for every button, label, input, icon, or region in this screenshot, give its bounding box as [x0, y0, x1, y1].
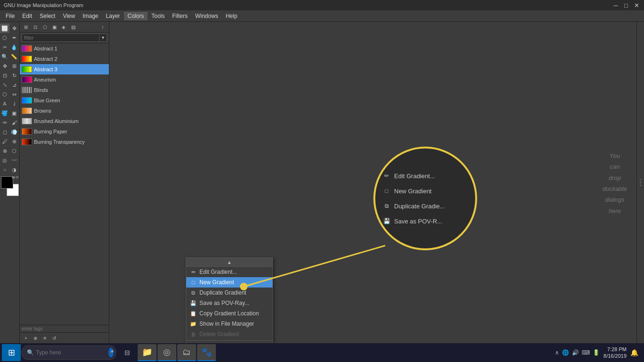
- tool-crop[interactable]: ⊡: [0, 71, 9, 80]
- panel-tool-2[interactable]: ⊡: [31, 23, 40, 31]
- tool-ink[interactable]: 🖊: [0, 137, 9, 146]
- ctx-edit-gradient[interactable]: ✏ Edit Gradient...: [186, 267, 272, 277]
- tool-scissors[interactable]: ✂: [0, 42, 9, 52]
- tray-chevron-icon[interactable]: ∧: [555, 349, 559, 356]
- tool-airbrush[interactable]: 💨: [9, 127, 19, 137]
- tool-move[interactable]: ✥: [0, 61, 9, 71]
- zoom-edit-gradient[interactable]: ✏ Edit Gradient...: [375, 168, 475, 183]
- panel-new-btn[interactable]: +: [22, 334, 30, 342]
- zoom-save-pov[interactable]: 💾 Save as POV-R...: [375, 214, 475, 229]
- gradient-item-aneurism[interactable]: Aneurism: [20, 74, 109, 85]
- tool-fuzzy-select[interactable]: ✥: [9, 24, 19, 33]
- tray-keyboard-icon[interactable]: ⌨: [582, 349, 590, 356]
- gradient-item-brushed-aluminium[interactable]: Brushed Aluminium: [20, 116, 109, 126]
- gradient-item-blinds[interactable]: Blinds: [20, 85, 109, 95]
- menu-filters[interactable]: Filters: [168, 12, 191, 20]
- gradient-item-abstract1[interactable]: Abstract 1: [20, 43, 109, 54]
- panel-delete-btn[interactable]: ✕: [41, 334, 49, 342]
- taskbar-chrome[interactable]: ◎: [157, 344, 176, 361]
- menu-file[interactable]: File: [2, 12, 18, 20]
- tool-paintbrush[interactable]: 🖌: [9, 118, 19, 127]
- panel-tool-1[interactable]: ⊞: [22, 23, 30, 31]
- tags-input[interactable]: [22, 326, 107, 331]
- ctx-new-gradient[interactable]: □ New Gradient: [186, 277, 272, 288]
- menu-edit[interactable]: Edit: [18, 12, 36, 20]
- tool-blend[interactable]: ▣: [9, 108, 19, 118]
- tray-network-icon[interactable]: 🌐: [562, 349, 569, 356]
- task-view-button[interactable]: ⊟: [118, 344, 137, 361]
- filter-dropdown-btn[interactable]: ▼: [99, 33, 107, 42]
- gradient-item-abstract2[interactable]: Abstract 2: [20, 54, 109, 64]
- search-bar[interactable]: 🔍 🎤: [22, 346, 116, 360]
- tool-color-picker[interactable]: 💧: [9, 42, 19, 52]
- zoom-new-gradient[interactable]: □ New Gradient: [375, 183, 475, 198]
- start-button[interactable]: ⊞: [2, 344, 21, 361]
- menu-image[interactable]: Image: [79, 12, 102, 20]
- maximize-button[interactable]: □: [622, 1, 630, 9]
- tool-measure[interactable]: 📏: [9, 52, 19, 61]
- taskbar-file-explorer[interactable]: 📁: [138, 344, 157, 361]
- reset-colors-icon[interactable]: ⟳: [16, 175, 19, 180]
- tool-smudge[interactable]: 〰: [9, 156, 19, 165]
- panel-tool-5[interactable]: ◈: [59, 23, 68, 31]
- tray-battery-icon[interactable]: 🔋: [593, 349, 600, 356]
- ctx-copy-gradient-location[interactable]: 📋 Copy Gradient Location: [186, 308, 272, 319]
- taskbar-files[interactable]: 🗂: [177, 344, 196, 361]
- menu-tools[interactable]: Tools: [148, 12, 168, 20]
- tool-zoom[interactable]: 🔍: [0, 52, 9, 61]
- tool-pencil[interactable]: ✏: [0, 118, 9, 127]
- ctx-save-pov[interactable]: 💾 Save as POV-Ray...: [186, 298, 272, 308]
- minimize-button[interactable]: ─: [612, 1, 619, 9]
- panel-tool-6[interactable]: ▤: [69, 23, 77, 31]
- swap-colors-icon[interactable]: ⇄: [12, 175, 15, 180]
- menu-help[interactable]: Help: [222, 12, 241, 20]
- tool-dodge-burn[interactable]: ○: [0, 165, 9, 174]
- gradient-item-browns[interactable]: Browns: [20, 106, 109, 116]
- menu-select[interactable]: Select: [36, 12, 59, 20]
- notification-button[interactable]: 🔔: [630, 349, 638, 356]
- ctx-show-file-manager[interactable]: 📁 Show in File Manager: [186, 319, 272, 329]
- ctx-refresh-gradients[interactable]: ↺ Refresh Gradients: [186, 342, 272, 343]
- tool-blur[interactable]: ◎: [0, 156, 9, 165]
- tray-sound-icon[interactable]: 🔊: [572, 349, 579, 356]
- panel-tool-4[interactable]: ▣: [50, 23, 58, 31]
- tool-scale[interactable]: ⤡: [0, 80, 9, 90]
- cortana-mic-button[interactable]: 🎤: [108, 348, 114, 357]
- menu-windows[interactable]: Windows: [191, 12, 222, 20]
- filter-input[interactable]: [22, 33, 99, 42]
- taskbar-gimp[interactable]: 🐾: [197, 344, 216, 361]
- panel-refresh-btn[interactable]: ↺: [50, 334, 58, 342]
- gradient-item-bluegreen[interactable]: Blue Green: [20, 95, 109, 106]
- close-button[interactable]: ✕: [633, 1, 640, 9]
- tool-rotate[interactable]: ↻: [9, 71, 19, 80]
- tool-shear[interactable]: ⊿: [9, 80, 19, 90]
- zoom-duplicate-gradient[interactable]: ⧉ Duplicate Gradie...: [375, 198, 475, 214]
- gradient-item-abstract3[interactable]: Abstract 3: [20, 64, 109, 74]
- ctx-duplicate-gradient[interactable]: ⧉ Duplicate Gradient: [186, 288, 272, 298]
- tool-clone[interactable]: ⊕: [9, 137, 19, 146]
- menu-colors[interactable]: Colors: [124, 12, 148, 20]
- tool-align[interactable]: ⊞: [9, 61, 19, 71]
- tool-desaturate[interactable]: ◑: [9, 165, 19, 174]
- clock[interactable]: 7:28 PM 8/16/2019: [603, 346, 627, 360]
- tool-perspective-clone[interactable]: ⬡: [9, 146, 19, 156]
- panel-expand-btn[interactable]: ↕: [99, 23, 107, 31]
- tool-free-select[interactable]: ⬡: [0, 33, 9, 42]
- tool-bucket-fill[interactable]: 🪣: [0, 108, 9, 118]
- tool-flip[interactable]: ⇔: [9, 90, 19, 99]
- tool-perspective[interactable]: ⬡: [0, 90, 9, 99]
- menu-view[interactable]: View: [59, 12, 79, 20]
- tool-text[interactable]: A: [0, 99, 9, 108]
- panel-tool-3[interactable]: ⬡: [41, 23, 49, 31]
- gradient-item-burning-paper[interactable]: Burning Paper: [20, 126, 109, 137]
- search-input[interactable]: [36, 349, 107, 356]
- tool-rectangle-select[interactable]: ⬜: [0, 24, 9, 33]
- tool-warp[interactable]: ⤸: [9, 99, 19, 108]
- tool-eraser[interactable]: ◻: [0, 127, 9, 137]
- tool-healing[interactable]: ⊕: [0, 146, 9, 156]
- menu-layer[interactable]: Layer: [102, 12, 124, 20]
- tool-paths[interactable]: ✒: [9, 33, 19, 42]
- gradient-item-burning-transparency[interactable]: Burning Transparency: [20, 137, 109, 147]
- gradient-preview-abstract3: [22, 66, 32, 73]
- panel-duplicate-btn[interactable]: ⊕: [31, 334, 40, 342]
